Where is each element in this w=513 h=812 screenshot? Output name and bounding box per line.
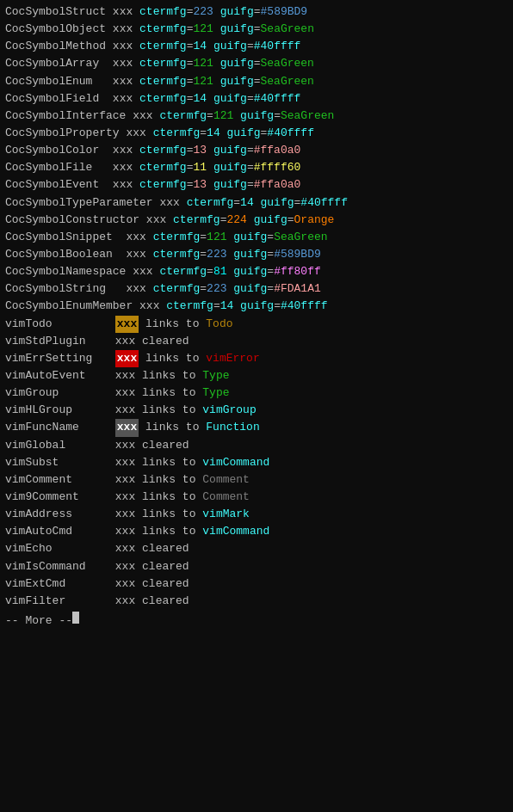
list-item: CocSymbolProperty xxx ctermfg=14 guifg=#…: [5, 125, 508, 142]
list-item: CocSymbolFile xxx ctermfg=11 guifg=#ffff…: [5, 159, 508, 176]
list-item: CocSymbolTypeParameter xxx ctermfg=14 gu…: [5, 194, 508, 212]
list-item: vimAddress xxx links to vimMark: [5, 506, 508, 523]
list-item: vimEcho xxx cleared: [5, 540, 508, 557]
list-item: CocSymbolBoolean xxx ctermfg=223 guifg=#…: [5, 246, 508, 263]
list-item: CocSymbolObject xxx ctermfg=121 guifg=Se…: [5, 21, 508, 38]
list-item: CocSymbolNamespace xxx ctermfg=81 guifg=…: [5, 263, 508, 280]
list-item: CocSymbolEvent xxx ctermfg=13 guifg=#ffa…: [5, 176, 508, 194]
list-item: vimExtCmd xxx cleared: [5, 575, 508, 593]
list-item: vimHLGroup xxx links to vimGroup: [5, 402, 508, 419]
list-item: vimSubst xxx links to vimCommand: [5, 454, 508, 471]
list-item: vimIsCommand xxx cleared: [5, 558, 508, 575]
list-item: CocSymbolMethod xxx ctermfg=14 guifg=#40…: [5, 38, 508, 55]
xxx-badge-red: xxx: [115, 350, 139, 367]
list-item: vimAutoCmd xxx links to vimCommand: [5, 523, 508, 540]
list-item: CocSymbolArray xxx ctermfg=121 guifg=Sea…: [5, 55, 508, 72]
cursor: [72, 612, 79, 624]
more-label: -- More --: [5, 612, 72, 630]
list-item: vimGroup xxx links to Type: [5, 384, 508, 402]
list-item: vim9Comment xxx links to Comment: [5, 489, 508, 506]
list-item: CocSymbolString xxx ctermfg=223 guifg=#F…: [5, 280, 508, 298]
terminal-window: CocSymbolStruct xxx ctermfg=223 guifg=#5…: [0, 0, 513, 633]
list-item: CocSymbolSnippet xxx ctermfg=121 guifg=S…: [5, 229, 508, 246]
list-item: CocSymbolEnumMember xxx ctermfg=14 guifg…: [5, 298, 508, 315]
list-item: CocSymbolField xxx ctermfg=14 guifg=#40f…: [5, 90, 508, 108]
list-item: vimStdPlugin xxx cleared: [5, 333, 508, 350]
list-item: vimErrSetting xxx links to vimError: [5, 350, 508, 367]
list-item: CocSymbolEnum xxx ctermfg=121 guifg=SeaG…: [5, 73, 508, 90]
list-item: vimGlobal xxx cleared: [5, 437, 508, 454]
list-item: vimFuncName xxx links to Function: [5, 419, 508, 436]
list-item: CocSymbolStruct xxx ctermfg=223 guifg=#5…: [5, 3, 508, 21]
list-item: vimTodo xxx links to Todo: [5, 316, 508, 333]
list-item: CocSymbolInterface xxx ctermfg=121 guifg…: [5, 108, 508, 125]
xxx-badge-yellow: xxx: [115, 316, 139, 333]
list-item: vimComment xxx links to Comment: [5, 471, 508, 489]
list-item: vimAutoEvent xxx links to Type: [5, 367, 508, 384]
more-bar: -- More --: [5, 612, 508, 630]
list-item: CocSymbolColor xxx ctermfg=13 guifg=#ffa…: [5, 142, 508, 159]
list-item: CocSymbolConstructor xxx ctermfg=224 gui…: [5, 212, 508, 229]
list-item: vimFilter xxx cleared: [5, 593, 508, 610]
xxx-badge-bold: xxx: [115, 419, 139, 436]
